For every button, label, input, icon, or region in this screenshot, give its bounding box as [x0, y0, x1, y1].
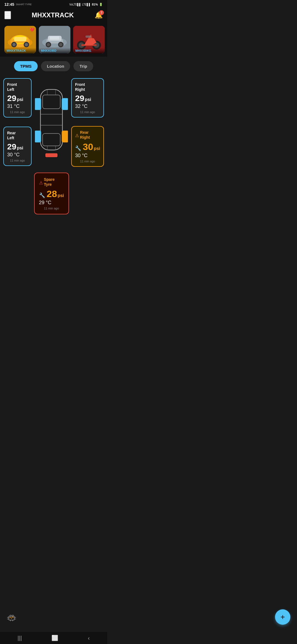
rear-right-tire-name: RearRight	[80, 130, 90, 140]
svg-point-18	[59, 43, 62, 46]
rear-left-psi-unit: psi	[17, 146, 23, 151]
notification-button[interactable]: 🔔 7	[95, 11, 103, 19]
notification-badge: 7	[99, 10, 104, 15]
rear-left-tire-name: RearLeft	[7, 130, 28, 140]
menu-button[interactable]: ☰	[4, 11, 11, 19]
rear-right-psi-unit: psi	[94, 146, 100, 151]
svg-rect-27	[43, 95, 60, 109]
tabs-section: TPMS Location Trip	[0, 57, 107, 76]
status-time: 12:45	[4, 2, 14, 7]
spare-psi-value: 28	[47, 189, 57, 199]
front-left-psi-unit: psi	[17, 97, 23, 102]
warning-icon: ⚠	[75, 133, 79, 138]
battery-indicator: 81%	[92, 3, 98, 6]
front-right-psi-row: 29 psi	[75, 94, 100, 103]
svg-rect-35	[35, 98, 41, 110]
front-left-tire-name: FrontLeft	[7, 82, 28, 92]
status-right: VoLTE▌▌ LTE▌▌ 81% 🔋	[69, 3, 103, 6]
spare-tire-pressure-icon: 🔧	[39, 192, 45, 198]
front-left-psi-value: 29	[7, 94, 16, 103]
svg-point-16	[47, 43, 50, 46]
spare-tire-card[interactable]: ⚠ SpareTyre 🔧 28 psi 29 °C 11 min ago	[34, 173, 69, 214]
vehicle-card-mhxxtrack[interactable]: ❤️ MHXXTRACK	[4, 26, 36, 53]
header: ☰ MHXXTRACK 🔔 7	[0, 8, 107, 23]
vehicle-cards-section: ❤️ MHXXTRACK MHXXOBD	[0, 23, 107, 57]
spare-header: ⚠ SpareTyre	[39, 177, 64, 189]
front-left-temp: 31 °C	[7, 103, 28, 109]
svg-rect-5	[14, 37, 26, 41]
spare-temp: 29 °C	[39, 200, 64, 206]
svg-rect-38	[62, 131, 68, 142]
vehicle-card-label: MHXXTRACK	[4, 48, 36, 53]
spare-tire-name: SpareTyre	[44, 177, 55, 187]
rear-left-psi-row: 29 psi	[7, 142, 28, 151]
svg-rect-26	[40, 89, 62, 150]
signal-indicator: VoLTE▌▌ LTE▌▌	[69, 3, 91, 6]
front-left-psi-row: 29 psi	[7, 94, 28, 103]
front-left-time: 11 min ago	[7, 110, 28, 114]
vehicle-card-label: MHXXOBD	[39, 48, 70, 53]
tab-location[interactable]: Location	[41, 61, 70, 71]
svg-rect-39	[45, 153, 57, 157]
car-diagram	[35, 76, 68, 169]
favorite-icon: ❤️	[30, 28, 34, 32]
spare-psi-row: 🔧 28 psi	[39, 189, 64, 199]
svg-rect-14	[50, 36, 59, 40]
status-bar: 12:45 SMART TYRE VoLTE▌▌ LTE▌▌ 81% 🔋	[0, 0, 107, 8]
rear-right-temp: 30 °C	[75, 153, 100, 159]
front-right-psi-unit: psi	[85, 97, 91, 102]
rear-left-psi-value: 29	[7, 142, 16, 151]
spare-psi-unit: psi	[57, 193, 64, 198]
spare-warning-icon: ⚠	[39, 180, 43, 185]
rear-right-tire-card[interactable]: ⚠ RearRight 🔧 30 psi 30 °C 11 min ago	[71, 126, 104, 167]
app-title: MHXXTRACK	[32, 11, 74, 19]
svg-point-7	[12, 43, 16, 46]
tpms-section: FrontLeft 29 psi 31 °C 11 min ago	[0, 76, 107, 220]
front-right-psi-value: 29	[75, 94, 84, 103]
tire-pressure-icon: 🔧	[75, 145, 81, 151]
rear-left-tire-card[interactable]: RearLeft 29 psi 30 °C 11 min ago	[3, 127, 32, 166]
svg-point-9	[25, 43, 28, 46]
vehicle-card-mhxxobd[interactable]: MHXXOBD	[39, 26, 70, 53]
tire-layout: FrontLeft 29 psi 31 °C 11 min ago	[3, 76, 104, 214]
vehicle-card-mhxxbike[interactable]: MHXXBIKE	[73, 26, 105, 53]
rear-right-psi-row: 🔧 30 psi	[75, 141, 100, 152]
rear-right-time: 11 min ago	[75, 160, 100, 163]
rear-left-time: 11 min ago	[7, 159, 28, 162]
svg-rect-37	[35, 131, 41, 142]
rear-right-psi-value: 30	[83, 141, 93, 152]
front-right-tire-card[interactable]: FrontRight 29 psi 32 °C 11 min ago	[71, 78, 104, 118]
smart-tyre-label: SMART TYRE	[16, 3, 32, 6]
front-left-tire-card[interactable]: FrontLeft 29 psi 31 °C 11 min ago	[3, 78, 32, 118]
battery-icon: 🔋	[99, 3, 103, 6]
spare-tire-row: ⚠ SpareTyre 🔧 28 psi 29 °C 11 min ago	[35, 173, 68, 214]
front-right-time: 11 min ago	[75, 110, 100, 114]
svg-rect-28	[43, 133, 60, 146]
spare-time: 11 min ago	[39, 207, 64, 210]
tab-trip[interactable]: Trip	[73, 61, 93, 71]
svg-rect-36	[62, 98, 68, 110]
tab-tpms[interactable]: TPMS	[14, 61, 38, 71]
rear-left-temp: 30 °C	[7, 152, 28, 158]
vehicle-card-label: MHXXBIKE	[73, 48, 105, 53]
front-right-temp: 32 °C	[75, 103, 100, 109]
rear-right-header: ⚠ RearRight	[75, 130, 100, 141]
svg-rect-25	[86, 36, 91, 38]
front-right-tire-name: FrontRight	[75, 82, 100, 92]
